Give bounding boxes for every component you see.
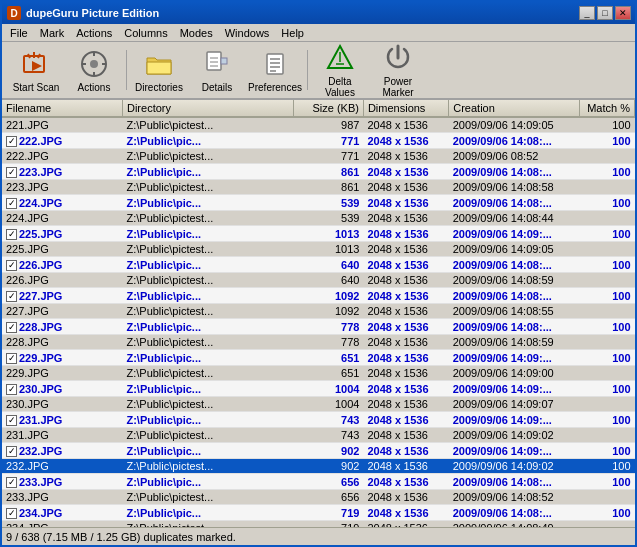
table-row[interactable]: ✓233.JPGZ:\Public\pic...6562048 x 153620… — [2, 474, 635, 490]
details-icon — [201, 48, 233, 80]
table-row[interactable]: ✓232.JPGZ:\Public\pic...9022048 x 153620… — [2, 443, 635, 459]
menu-actions[interactable]: Actions — [70, 25, 118, 41]
cell-match: 100 — [579, 443, 634, 459]
table-row[interactable]: ✓224.JPGZ:\Public\pic...5392048 x 153620… — [2, 195, 635, 211]
cell-creation: 2009/09/06 14:09:05 — [449, 242, 580, 257]
table-row[interactable]: 227.JPGZ:\Public\pictest...10922048 x 15… — [2, 304, 635, 319]
table-row[interactable]: ✓226.JPGZ:\Public\pic...6402048 x 153620… — [2, 257, 635, 273]
col-header-creation[interactable]: Creation — [449, 100, 580, 117]
menu-windows[interactable]: Windows — [219, 25, 276, 41]
cell-filename: 221.JPG — [2, 117, 122, 133]
cell-filename: 224.JPG — [2, 211, 122, 226]
cell-creation: 2009/09/06 14:08:55 — [449, 304, 580, 319]
table-row[interactable]: ✓230.JPGZ:\Public\pic...10042048 x 15362… — [2, 381, 635, 397]
menu-modes[interactable]: Modes — [174, 25, 219, 41]
menu-columns[interactable]: Columns — [118, 25, 173, 41]
directories-icon — [143, 48, 175, 80]
minimize-button[interactable]: _ — [579, 6, 595, 20]
cell-size: 651 — [293, 366, 363, 381]
close-button[interactable]: ✕ — [615, 6, 631, 20]
table-row[interactable]: 233.JPGZ:\Public\pictest...6562048 x 153… — [2, 490, 635, 505]
table-row[interactable]: ✓234.JPGZ:\Public\pic...7192048 x 153620… — [2, 505, 635, 521]
cell-creation: 2009/09/06 14:08:... — [449, 257, 580, 273]
table-row[interactable]: ✓228.JPGZ:\Public\pic...7782048 x 153620… — [2, 319, 635, 335]
menu-file[interactable]: File — [4, 25, 34, 41]
table-row[interactable]: 223.JPGZ:\Public\pictest...8612048 x 153… — [2, 180, 635, 195]
table-row[interactable]: 231.JPGZ:\Public\pictest...7432048 x 153… — [2, 428, 635, 443]
col-header-match[interactable]: Match % — [579, 100, 634, 117]
table-row[interactable]: 222.JPGZ:\Public\pictest...7712048 x 153… — [2, 149, 635, 164]
col-header-directory[interactable]: Directory — [122, 100, 293, 117]
table-row[interactable]: ✓223.JPGZ:\Public\pic...8612048 x 153620… — [2, 164, 635, 180]
cell-directory: Z:\Public\pictest... — [122, 304, 293, 319]
cell-match — [579, 242, 634, 257]
main-window: D dupeGuru Picture Edition _ □ ✕ File Ma… — [0, 0, 637, 547]
col-header-filename[interactable]: Filename — [2, 100, 122, 117]
cell-dimensions: 2048 x 1536 — [363, 412, 448, 428]
cell-dimensions: 2048 x 1536 — [363, 505, 448, 521]
directories-label: Directories — [135, 82, 183, 93]
cell-directory: Z:\Public\pic... — [122, 412, 293, 428]
actions-button[interactable]: Actions — [66, 45, 122, 95]
table-row[interactable]: 221.JPGZ:\Public\pictest...9872048 x 153… — [2, 117, 635, 133]
cell-dimensions: 2048 x 1536 — [363, 257, 448, 273]
table-row[interactable]: ✓222.JPGZ:\Public\pic...7712048 x 153620… — [2, 133, 635, 149]
preferences-button[interactable]: Preferences — [247, 45, 303, 95]
cell-filename: 233.JPG — [2, 490, 122, 505]
cell-creation: 2009/09/06 14:09:... — [449, 226, 580, 242]
menu-help[interactable]: Help — [275, 25, 310, 41]
table-row[interactable]: 229.JPGZ:\Public\pictest...6512048 x 153… — [2, 366, 635, 381]
cell-filename: 234.JPG — [2, 521, 122, 528]
maximize-button[interactable]: □ — [597, 6, 613, 20]
cell-dimensions: 2048 x 1536 — [363, 521, 448, 528]
cell-match: 100 — [579, 288, 634, 304]
cell-creation: 2009/09/06 14:09:02 — [449, 459, 580, 474]
cell-size: 640 — [293, 273, 363, 288]
cell-filename: 223.JPG — [2, 180, 122, 195]
table-row[interactable]: 230.JPGZ:\Public\pictest...10042048 x 15… — [2, 397, 635, 412]
col-header-dimensions[interactable]: Dimensions — [363, 100, 448, 117]
cell-directory: Z:\Public\pictest... — [122, 211, 293, 226]
table-row[interactable]: ✓231.JPGZ:\Public\pic...7432048 x 153620… — [2, 412, 635, 428]
start-scan-icon — [20, 48, 52, 80]
cell-filename: ✓222.JPG — [2, 133, 122, 149]
start-scan-button[interactable]: Start Scan — [8, 45, 64, 95]
cell-creation: 2009/09/06 14:08:... — [449, 164, 580, 180]
col-header-size[interactable]: Size (KB) — [293, 100, 363, 117]
cell-creation: 2009/09/06 14:09:07 — [449, 397, 580, 412]
cell-directory: Z:\Public\pic... — [122, 288, 293, 304]
cell-dimensions: 2048 x 1536 — [363, 133, 448, 149]
table-row[interactable]: ✓229.JPGZ:\Public\pic...6512048 x 153620… — [2, 350, 635, 366]
table-row[interactable]: ✓227.JPGZ:\Public\pic...10922048 x 15362… — [2, 288, 635, 304]
table-row[interactable]: 234.JPGZ:\Public\pictest...7192048 x 153… — [2, 521, 635, 528]
cell-creation: 2009/09/06 14:09:... — [449, 412, 580, 428]
cell-size: 1092 — [293, 304, 363, 319]
delta-values-button[interactable]: Delta Values — [312, 45, 368, 95]
directories-button[interactable]: Directories — [131, 45, 187, 95]
cell-directory: Z:\Public\pictest... — [122, 335, 293, 350]
menu-mark[interactable]: Mark — [34, 25, 70, 41]
table-scroll[interactable]: Filename Directory Size (KB) Dimensions … — [2, 100, 635, 527]
cell-directory: Z:\Public\pic... — [122, 226, 293, 242]
power-marker-button[interactable]: Power Marker — [370, 45, 426, 95]
table-row[interactable]: 228.JPGZ:\Public\pictest...7782048 x 153… — [2, 335, 635, 350]
cell-dimensions: 2048 x 1536 — [363, 490, 448, 505]
cell-match: 100 — [579, 412, 634, 428]
details-label: Details — [202, 82, 233, 93]
table-row[interactable]: 225.JPGZ:\Public\pictest...10132048 x 15… — [2, 242, 635, 257]
cell-match: 100 — [579, 319, 634, 335]
menu-bar: File Mark Actions Columns Modes Windows … — [2, 24, 635, 42]
details-button[interactable]: Details — [189, 45, 245, 95]
title-bar: D dupeGuru Picture Edition _ □ ✕ — [2, 2, 635, 24]
table-row[interactable]: 226.JPGZ:\Public\pictest...6402048 x 153… — [2, 273, 635, 288]
table-row[interactable]: 224.JPGZ:\Public\pictest...5392048 x 153… — [2, 211, 635, 226]
cell-match — [579, 180, 634, 195]
cell-directory: Z:\Public\pictest... — [122, 459, 293, 474]
table-row[interactable]: 232.JPGZ:\Public\pictest...9022048 x 153… — [2, 459, 635, 474]
preferences-icon — [259, 48, 291, 80]
cell-filename: ✓231.JPG — [2, 412, 122, 428]
cell-dimensions: 2048 x 1536 — [363, 304, 448, 319]
cell-match: 100 — [579, 350, 634, 366]
table-row[interactable]: ✓225.JPGZ:\Public\pic...10132048 x 15362… — [2, 226, 635, 242]
cell-size: 771 — [293, 149, 363, 164]
